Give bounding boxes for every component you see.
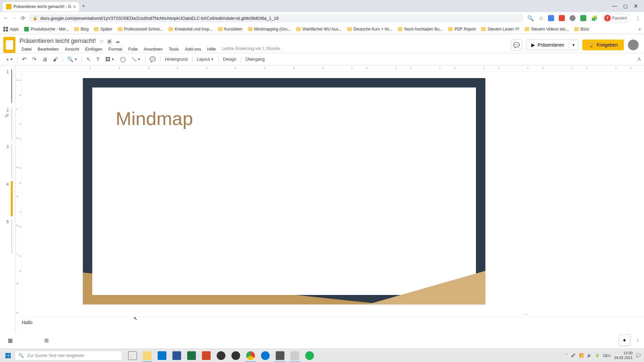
forward-icon[interactable]: → — [12, 15, 17, 21]
menu-addons[interactable]: Add-ons — [183, 46, 203, 52]
menu-arrange[interactable]: Anordnen — [142, 46, 165, 52]
minimize-icon[interactable]: — — [612, 3, 617, 9]
grid-view-icon[interactable]: ⊞ — [42, 336, 51, 345]
browser-tab[interactable]: Präsentieren leicht gemacht! - G × — [3, 2, 79, 11]
taskbar-app[interactable] — [155, 350, 169, 362]
close-icon[interactable]: ✕ — [634, 3, 638, 9]
last-edit-text[interactable]: Letzte Änderung vor 1 Stunde — [222, 46, 280, 52]
new-slide-button[interactable]: +▼ — [3, 54, 16, 64]
mic-icon[interactable]: 🎤 — [571, 353, 576, 358]
document-title[interactable]: Präsentieren leicht gemacht! — [19, 38, 96, 45]
transition-button[interactable]: Übergang — [243, 55, 267, 64]
bookmark-item[interactable]: Noch hochladen Bu... — [398, 27, 443, 32]
speaker-notes[interactable]: Hallo — [16, 317, 644, 334]
menu-slide[interactable]: Folie — [126, 46, 140, 52]
bookmark-item[interactable]: Kursideen — [218, 27, 243, 32]
bookmark-item[interactable]: Deutsche Kurs + Vo... — [347, 27, 392, 32]
select-tool[interactable]: ↖ — [84, 54, 94, 64]
print-button[interactable]: 🖨 — [40, 54, 50, 64]
slide-panel[interactable]: 1 Präsentieren leicht gemacht! 2 🔗 Bilde… — [0, 65, 16, 334]
taskbar-app[interactable] — [288, 350, 302, 362]
bookmark-item[interactable]: Büro — [574, 27, 589, 32]
wifi-icon[interactable]: 📶 — [579, 353, 584, 358]
tray-chevron-icon[interactable]: ˄ — [566, 353, 568, 358]
bookmark-item[interactable]: Steuern Videos wic... — [525, 27, 569, 32]
textbox-tool[interactable]: T — [94, 54, 102, 64]
paint-format-button[interactable]: 🖌 — [50, 54, 61, 64]
extension-icon[interactable] — [580, 15, 586, 21]
taskbar-app[interactable] — [199, 350, 213, 362]
menu-format[interactable]: Format — [106, 46, 124, 52]
extension-icon[interactable] — [559, 15, 565, 21]
apps-button[interactable]: Apps — [3, 27, 19, 32]
move-icon[interactable]: ▣ — [107, 38, 112, 44]
taskbar-app[interactable] — [170, 350, 184, 362]
shape-tool[interactable]: ◯ — [117, 54, 128, 64]
slide-content[interactable]: Mindmap — [92, 87, 476, 295]
cloud-status-icon[interactable]: ☁ — [115, 38, 120, 44]
menu-icon[interactable]: ⋮ — [635, 15, 641, 21]
bookmark-star-icon[interactable]: ☆ — [539, 15, 543, 21]
slide-thumbnail-active[interactable]: Mindmap — [11, 182, 12, 216]
bookmark-item[interactable]: Produktsuche - Mer... — [24, 27, 69, 32]
explore-button[interactable]: ✦ — [619, 335, 630, 346]
background-button[interactable]: Hintergrund — [162, 55, 191, 64]
menu-view[interactable]: Ansicht — [63, 46, 81, 52]
language-indicator[interactable]: DEU — [603, 354, 611, 358]
maximize-icon[interactable]: ◻ — [623, 3, 628, 9]
menu-edit[interactable]: Bearbeiten — [36, 46, 61, 52]
taskbar-spotify[interactable] — [303, 350, 317, 362]
taskbar-app[interactable] — [258, 350, 272, 362]
zoom-button[interactable]: 🔍▼ — [64, 54, 80, 64]
clock[interactable]: 13:30 24.02.2021 — [614, 351, 633, 360]
share-button[interactable]: 🔒 Freigeben — [582, 40, 624, 50]
volume-icon[interactable]: 🔊 — [587, 353, 592, 358]
taskbar-chrome[interactable] — [244, 350, 258, 362]
taskbar-app[interactable] — [273, 350, 287, 362]
tab-close-icon[interactable]: × — [73, 4, 76, 9]
bookmark-item[interactable]: Mindmapping (Gru... — [248, 27, 291, 32]
comment-tool[interactable]: 💬 — [147, 54, 159, 64]
task-view-icon[interactable] — [125, 350, 140, 362]
comments-button[interactable]: 💬 — [511, 39, 522, 51]
windows-search[interactable]: 🔍 Zur Suche Text hier eingeben — [15, 351, 122, 361]
slide-thumbnail[interactable]: Bilder und Grafiken — [11, 107, 12, 140]
image-tool[interactable]: 🖼▼ — [103, 54, 117, 64]
profile-chip[interactable]: T Pausiert — [602, 14, 631, 22]
layout-button[interactable]: Layout▼ — [194, 55, 217, 64]
present-dropdown[interactable]: ▼ — [569, 41, 578, 49]
new-tab-button[interactable]: + — [82, 3, 85, 9]
account-avatar[interactable] — [628, 40, 639, 50]
bookmark-overflow-icon[interactable]: » — [638, 27, 641, 32]
bookmark-item[interactable]: Später — [94, 27, 112, 32]
extension-icon[interactable] — [570, 15, 576, 21]
url-field[interactable]: 🔒 docs.google.com/presentation/d/1yV372S… — [29, 14, 524, 22]
start-button[interactable] — [1, 350, 15, 362]
slide-thumbnail[interactable]: Erste Folie – Beispiel — [11, 220, 12, 253]
menu-file[interactable]: Datei — [19, 46, 34, 52]
bookmark-item[interactable]: Professionell Schrei... — [118, 27, 163, 32]
slide-thumbnail[interactable]: Formen einfügen 7 ✖ — [11, 144, 12, 178]
reload-icon[interactable]: ⟳ — [21, 15, 25, 21]
design-button[interactable]: Design — [220, 55, 239, 64]
menu-tools[interactable]: Tools — [167, 46, 181, 52]
collapse-toolbar-icon[interactable]: ᐱ — [638, 57, 641, 62]
bookmark-item[interactable]: Steuern Lesen !!!! — [481, 27, 519, 32]
side-panel-toggle-icon[interactable]: › — [637, 337, 639, 343]
redo-button[interactable]: ↷ — [30, 54, 39, 64]
taskbar-app[interactable] — [184, 350, 199, 362]
taskbar-app[interactable] — [140, 350, 154, 362]
back-icon[interactable]: ← — [3, 15, 9, 21]
bookmark-item[interactable]: PDF Report — [448, 27, 476, 32]
line-tool[interactable]: ＼▼ — [129, 54, 143, 64]
battery-icon[interactable]: 🔋 — [595, 353, 600, 358]
filmstrip-view-icon[interactable]: ▦ — [5, 336, 15, 345]
undo-button[interactable]: ↶ — [19, 54, 29, 64]
bookmark-item[interactable]: Wahlfächer WU Aus... — [296, 27, 342, 32]
slide-canvas[interactable]: Mindmap — [83, 78, 485, 304]
notifications-icon[interactable]: 💬 — [636, 353, 641, 358]
taskbar-app[interactable] — [229, 350, 243, 362]
menu-insert[interactable]: Einfügen — [83, 46, 104, 52]
slide-title[interactable]: Mindmap — [116, 108, 193, 129]
taskbar-app[interactable] — [214, 350, 228, 362]
